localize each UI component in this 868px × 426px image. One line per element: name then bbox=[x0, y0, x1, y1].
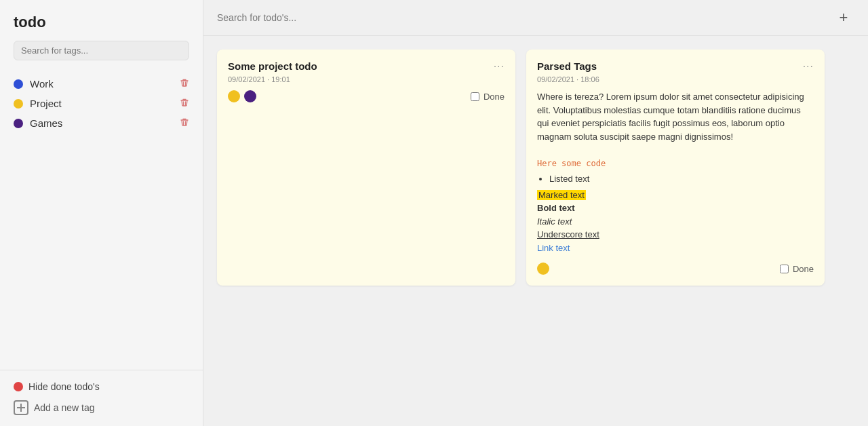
app-title: todo bbox=[14, 14, 189, 31]
card-link[interactable]: Link text bbox=[537, 243, 570, 253]
tag-search-input[interactable] bbox=[14, 41, 189, 60]
tag-dot bbox=[14, 79, 23, 89]
tag-dot bbox=[14, 99, 23, 109]
card-tags bbox=[228, 90, 256, 102]
card-menu-icon[interactable]: ··· bbox=[803, 60, 814, 73]
add-tag-icon bbox=[14, 400, 28, 415]
sidebar-item-work[interactable]: Work bbox=[7, 74, 196, 94]
main-area: + Some project todo ··· 09/02/2021 · 19:… bbox=[203, 0, 868, 426]
card-list: Listed text bbox=[537, 172, 814, 186]
add-tag-button[interactable]: Add a new tag bbox=[14, 400, 189, 415]
card-marked: Marked text bbox=[537, 190, 586, 200]
cards-area: Some project todo ··· 09/02/2021 · 19:01… bbox=[203, 36, 868, 426]
sidebar-item-games[interactable]: Games bbox=[7, 113, 196, 133]
hide-done-dot bbox=[14, 382, 23, 391]
card-tag-dot bbox=[244, 90, 256, 102]
done-checkbox[interactable] bbox=[471, 92, 479, 101]
card-code: Here some code bbox=[537, 159, 606, 168]
hide-done-label: Hide done todo's bbox=[28, 381, 100, 392]
tag-left: Work bbox=[14, 78, 54, 90]
sidebar-item-project[interactable]: Project bbox=[7, 94, 196, 113]
tag-dot bbox=[14, 119, 23, 128]
card-header: Parsed Tags ··· bbox=[537, 60, 814, 73]
card-underline: Underscore text bbox=[537, 229, 599, 239]
add-tag-label: Add a new tag bbox=[34, 402, 95, 413]
card-header: Some project todo ··· bbox=[228, 60, 505, 73]
card-italic: Italic text bbox=[537, 216, 572, 227]
card-date: 09/02/2021 · 18:06 bbox=[537, 75, 814, 83]
card-tags bbox=[537, 263, 549, 275]
tag-left: Project bbox=[14, 98, 62, 109]
card-title: Parsed Tags bbox=[537, 60, 597, 72]
tag-delete-icon[interactable] bbox=[180, 98, 189, 109]
svg-rect-1 bbox=[17, 407, 25, 408]
topbar: + bbox=[203, 0, 868, 36]
card-footer: Done bbox=[537, 263, 814, 275]
card-title: Some project todo bbox=[228, 60, 317, 72]
tag-name: Work bbox=[30, 78, 54, 90]
list-item: Listed text bbox=[549, 172, 814, 186]
card-tag-dot bbox=[537, 263, 549, 275]
tag-delete-icon[interactable] bbox=[180, 117, 189, 129]
card-body-text: Where is tereza? Lorem ipsum dolor sit a… bbox=[537, 92, 804, 142]
tags-list: Work Project Games bbox=[0, 67, 203, 370]
done-label: Done bbox=[484, 92, 505, 102]
done-label: Done bbox=[793, 264, 814, 274]
card-body: Where is tereza? Lorem ipsum dolor sit a… bbox=[537, 90, 814, 254]
card-date: 09/02/2021 · 19:01 bbox=[228, 75, 505, 83]
todo-card: Some project todo ··· 09/02/2021 · 19:01… bbox=[217, 50, 515, 286]
search-todos-input[interactable] bbox=[217, 12, 833, 23]
tag-name: Games bbox=[30, 117, 62, 129]
card-menu-icon[interactable]: ··· bbox=[494, 60, 505, 73]
tag-left: Games bbox=[14, 117, 62, 129]
card-bold: Bold text bbox=[537, 203, 575, 213]
sidebar-header: todo bbox=[0, 0, 203, 67]
card-tag-dot bbox=[228, 90, 240, 102]
done-checkbox[interactable] bbox=[780, 265, 789, 273]
tag-name: Project bbox=[30, 98, 62, 109]
sidebar: todo Work Project Games bbox=[0, 0, 203, 426]
card-done: Done bbox=[780, 264, 814, 274]
card-done: Done bbox=[471, 92, 505, 102]
sidebar-footer: Hide done todo's Add a new tag bbox=[0, 370, 203, 426]
add-todo-button[interactable]: + bbox=[833, 7, 854, 28]
todo-card: Parsed Tags ··· 09/02/2021 · 18:06 Where… bbox=[526, 50, 825, 286]
card-footer: Done bbox=[228, 90, 505, 102]
hide-done-button[interactable]: Hide done todo's bbox=[14, 381, 189, 392]
tag-delete-icon[interactable] bbox=[180, 78, 189, 90]
